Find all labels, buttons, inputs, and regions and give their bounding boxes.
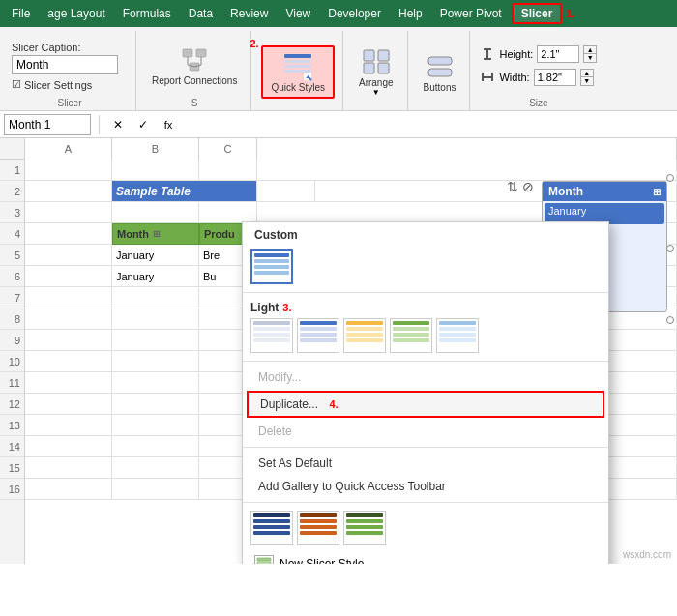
light-style-5[interactable]: [436, 318, 479, 353]
cell-a11[interactable]: [25, 372, 112, 394]
menu-data[interactable]: Data: [181, 5, 221, 22]
cell-b6-jan[interactable]: January: [112, 266, 199, 287]
cell-c1[interactable]: [199, 160, 257, 181]
cell-b7[interactable]: [112, 287, 199, 308]
cell-a10[interactable]: [25, 351, 112, 372]
menu-developer[interactable]: Developer: [320, 5, 389, 22]
menu-formulas[interactable]: Formulas: [115, 5, 179, 22]
width-input[interactable]: [534, 69, 576, 86]
cell-b12[interactable]: [112, 394, 199, 415]
cell-b15[interactable]: [112, 457, 199, 479]
separator-2: [243, 361, 608, 362]
cell-b14[interactable]: [112, 436, 199, 457]
height-spinner-down[interactable]: ▼: [584, 54, 596, 62]
slicer-filter-icon[interactable]: ⊞: [653, 187, 661, 197]
new-slicer-style-item[interactable]: New Slicer Style...: [243, 549, 608, 564]
cell-a14[interactable]: [25, 436, 112, 457]
slicer-settings-button[interactable]: ☑ Slicer Settings: [12, 78, 128, 91]
quick-styles-button[interactable]: Quick Styles 2.: [261, 45, 335, 99]
menu-file[interactable]: File: [4, 5, 38, 22]
height-spinner[interactable]: ▲ ▼: [583, 45, 597, 63]
new-slicer-style-label: New Slicer Style...: [280, 557, 373, 564]
slicer-handle-br[interactable]: [666, 316, 674, 324]
slicer-caption-input[interactable]: [12, 55, 118, 74]
name-box[interactable]: [4, 114, 91, 135]
height-label: Height:: [499, 48, 533, 60]
cell-a1[interactable]: [25, 160, 112, 181]
cell-a9[interactable]: [25, 330, 112, 351]
col-header-a[interactable]: A: [25, 138, 112, 160]
col-header-c[interactable]: C: [199, 138, 257, 160]
width-icon: [480, 70, 495, 85]
slicer-handle-tr[interactable]: [666, 174, 674, 182]
confirm-formula-button[interactable]: ✓: [132, 114, 154, 135]
add-gallery-menu-item[interactable]: Add Gallery to Quick Access Toolbar: [243, 475, 608, 498]
menu-view[interactable]: View: [278, 5, 318, 22]
light-style-1[interactable]: [250, 318, 293, 353]
dark-style-3[interactable]: [343, 511, 386, 545]
report-connections-button[interactable]: Report Connections: [146, 41, 243, 90]
menu-help[interactable]: Help: [391, 5, 430, 22]
light-style-4[interactable]: [390, 318, 432, 353]
cancel-formula-button[interactable]: ✕: [107, 114, 129, 135]
ribbon-group-quick-styles: Quick Styles 2.: [253, 31, 343, 110]
cell-a2[interactable]: [25, 181, 112, 202]
width-spinner-up[interactable]: ▲: [581, 70, 593, 78]
arrange-button[interactable]: Arrange ▼: [353, 43, 399, 101]
cell-a13[interactable]: [25, 415, 112, 436]
slicer-handle-mr[interactable]: [666, 245, 674, 252]
cell-b5-jan[interactable]: January: [112, 245, 199, 266]
row-num-11: 11: [0, 372, 24, 394]
row-num-10: 10: [0, 351, 24, 372]
insert-function-button[interactable]: fx: [158, 114, 179, 135]
cell-b9[interactable]: [112, 330, 199, 351]
arrange-icon: [361, 46, 392, 77]
cell-a7[interactable]: [25, 287, 112, 308]
cell-a3[interactable]: [25, 202, 112, 223]
cell-b2-sample-table[interactable]: Sample Table: [112, 181, 257, 202]
cell-a12[interactable]: [25, 394, 112, 415]
menu-review[interactable]: Review: [222, 5, 276, 22]
cell-c2[interactable]: [257, 181, 315, 202]
cell-b11[interactable]: [112, 372, 199, 394]
filter-remove-icon[interactable]: ⊘: [522, 179, 534, 194]
light-style-3[interactable]: [343, 318, 386, 353]
dark-style-1[interactable]: [250, 511, 293, 545]
cell-b8[interactable]: [112, 308, 199, 330]
width-spinner[interactable]: ▲ ▼: [580, 69, 594, 86]
cell-a15[interactable]: [25, 457, 112, 479]
cell-a8[interactable]: [25, 308, 112, 330]
height-input[interactable]: [537, 45, 579, 63]
custom-style-item-1[interactable]: [250, 249, 293, 284]
sort-icon[interactable]: ⇅: [507, 179, 518, 194]
formula-bar: ✕ ✓ fx: [0, 111, 677, 138]
cell-rest1[interactable]: [257, 160, 677, 181]
col-header-b[interactable]: B: [112, 138, 199, 160]
cell-b10[interactable]: [112, 351, 199, 372]
height-spinner-up[interactable]: ▲: [584, 46, 596, 55]
row-num-12: 12: [0, 394, 24, 415]
buttons-button[interactable]: Buttons: [418, 47, 462, 97]
cell-b1[interactable]: [112, 160, 199, 181]
buttons-group-content: Buttons: [418, 33, 462, 110]
dark-style-2[interactable]: [297, 511, 339, 545]
light-style-2[interactable]: [297, 318, 339, 353]
cell-a6[interactable]: [25, 266, 112, 287]
cell-b13[interactable]: [112, 415, 199, 436]
duplicate-menu-item[interactable]: Duplicate... 4.: [247, 391, 604, 418]
cell-c3[interactable]: [199, 202, 257, 223]
menu-slicer-tab[interactable]: Slicer: [512, 3, 563, 24]
cell-b16[interactable]: [112, 479, 199, 500]
cell-a16[interactable]: [25, 479, 112, 500]
cell-a5[interactable]: [25, 245, 112, 266]
width-spinner-down[interactable]: ▼: [581, 77, 593, 85]
set-default-menu-item[interactable]: Set As Default: [243, 452, 608, 475]
cell-b4-month[interactable]: Month ⊞: [112, 223, 199, 245]
cell-b3[interactable]: [112, 202, 199, 223]
row-num-6: 6: [0, 266, 24, 287]
menu-page-layout[interactable]: age Layout: [40, 5, 112, 22]
light-section-label: Light: [250, 301, 279, 314]
menu-power-pivot[interactable]: Power Pivot: [432, 5, 510, 22]
cell-a4[interactable]: [25, 223, 112, 245]
svg-rect-26: [257, 562, 271, 564]
